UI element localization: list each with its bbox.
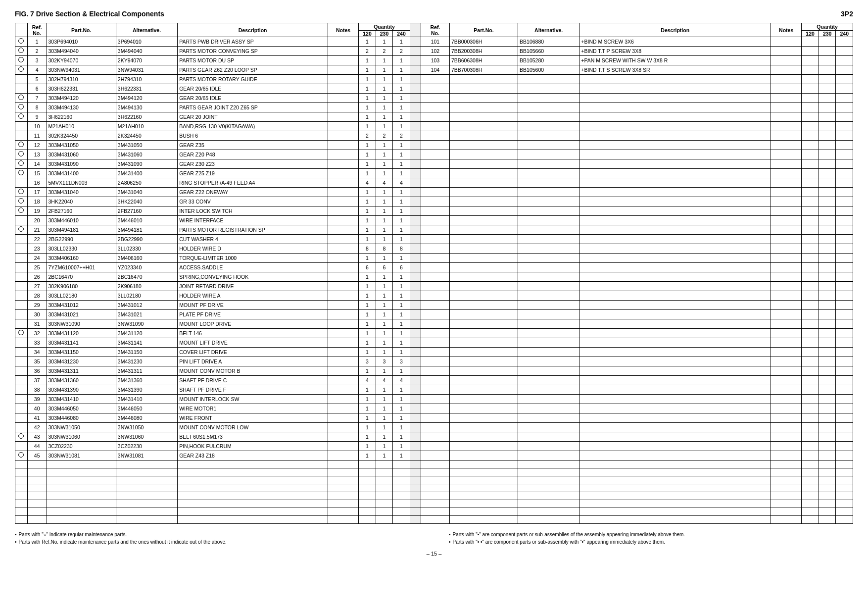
part-no-r <box>449 263 518 272</box>
alternative-r: BB106880 <box>518 37 579 47</box>
mark-cell <box>15 366 28 376</box>
notes-r <box>771 263 802 272</box>
part-no-r <box>449 376 518 385</box>
qty-230-r <box>819 319 836 329</box>
part-no: 302K906180 <box>47 282 116 291</box>
description-r: +BIND T.T P SCREW 3X8 <box>579 47 771 56</box>
alternative: 3M431090 <box>116 159 177 169</box>
ref-no-r <box>421 413 449 423</box>
mark-cell <box>15 385 28 395</box>
description-r: +BIND M SCREW 3X6 <box>579 37 771 47</box>
part-no: 303M446050 <box>47 404 116 413</box>
alternative-r <box>518 169 579 178</box>
qty-230: 6 <box>376 263 393 272</box>
qty-230-r <box>819 197 836 206</box>
ref-no-r: 103 <box>421 56 449 65</box>
qty-240: 1 <box>393 432 410 442</box>
ref-no: 25 <box>27 263 47 272</box>
qty-120: 1 <box>359 112 376 122</box>
notes <box>328 56 359 65</box>
qty-240: 8 <box>393 244 410 254</box>
notes <box>328 188 359 197</box>
description-r <box>579 94 771 103</box>
qty-240: 1 <box>393 442 410 451</box>
notes-r <box>771 84 802 94</box>
ref-no: 37 <box>27 376 47 385</box>
notes <box>328 366 359 376</box>
part-no: 303M494130 <box>47 103 116 112</box>
alternative-r: BB105280 <box>518 56 579 65</box>
qty-240-r <box>836 103 853 112</box>
alternative: 2K324450 <box>116 131 177 141</box>
qty-240: 1 <box>393 291 410 301</box>
part-no: 3CZ02230 <box>47 442 116 451</box>
alternative: 3NW31090 <box>116 319 177 329</box>
qty-230: 1 <box>376 319 393 329</box>
description: GEAR Z35 <box>178 141 328 150</box>
qty-240-r <box>836 319 853 329</box>
ref-no-r <box>421 131 449 141</box>
part-no-r: 7BB606308H <box>449 56 518 65</box>
table-row: 29 303M431012 3M431012 MOUNT PF DRIVE 1 … <box>15 301 853 310</box>
qty-120: 1 <box>359 319 376 329</box>
qty-240: 1 <box>393 235 410 244</box>
qty-230: 1 <box>376 103 393 112</box>
table-row: 40 303M446050 3M446050 WIRE MOTOR1 1 1 1 <box>15 404 853 413</box>
mark-cell <box>15 206 28 216</box>
description-r <box>579 319 771 329</box>
alternative: 2FB27160 <box>116 206 177 216</box>
qty-120: 1 <box>359 216 376 225</box>
part-no-r <box>449 357 518 366</box>
qty-230-r <box>819 338 836 348</box>
notes-r <box>771 65 802 75</box>
notes <box>328 216 359 225</box>
ref-no: 12 <box>27 141 47 150</box>
qty-230: 1 <box>376 301 393 310</box>
ref-no: 31 <box>27 319 47 329</box>
qty-240-r <box>836 451 853 460</box>
description-r <box>579 329 771 338</box>
description: MOUNT LOOP DRIVE <box>178 319 328 329</box>
qty-240-r <box>836 254 853 263</box>
ref-no-r <box>421 112 449 122</box>
part-no-r <box>449 150 518 159</box>
description-r: +BIND T.T S SCREW 3X8 SR <box>579 65 771 75</box>
qty-240: 1 <box>393 329 410 338</box>
qty-230: 1 <box>376 206 393 216</box>
alternative-r <box>518 150 579 159</box>
qty-120-r <box>802 338 819 348</box>
qty-120-r <box>802 329 819 338</box>
notes-r <box>771 150 802 159</box>
qty-240: 1 <box>393 319 410 329</box>
notes-r <box>771 272 802 282</box>
part-no: 303M431390 <box>47 385 116 395</box>
qty-120-r <box>802 131 819 141</box>
ref-no-r <box>421 169 449 178</box>
ref-no-r <box>421 84 449 94</box>
qty-240: 3 <box>393 357 410 366</box>
notes-r <box>771 366 802 376</box>
qty-240-r <box>836 75 853 84</box>
qty-240: 1 <box>393 404 410 413</box>
notes-r <box>771 451 802 460</box>
qty-120: 1 <box>359 103 376 112</box>
qty-120-r <box>802 141 819 150</box>
description: COVER LIFT DRIVE <box>178 348 328 357</box>
description: HOLDER WIRE D <box>178 244 328 254</box>
qty-240: 1 <box>393 423 410 432</box>
ref-no-r <box>421 423 449 432</box>
alternative-r <box>518 301 579 310</box>
table-row: 23 303LL02330 3LL02330 HOLDER WIRE D 8 8… <box>15 244 853 254</box>
description-r <box>579 244 771 254</box>
description: MOUNT LIFT DRIVE <box>178 338 328 348</box>
part-no-r <box>449 131 518 141</box>
qty-240-r <box>836 263 853 272</box>
ref-no: 24 <box>27 254 47 263</box>
alternative: 3P694010 <box>116 37 177 47</box>
qty-240: 1 <box>393 395 410 404</box>
description-r <box>579 432 771 442</box>
description: INTER LOCK SWITCH <box>178 206 328 216</box>
description: ACCESS.SADDLE <box>178 263 328 272</box>
mark-cell <box>15 376 28 385</box>
table-row: 43 303NW31060 3NW31060 BELT 60S1.5M173 1… <box>15 432 853 442</box>
